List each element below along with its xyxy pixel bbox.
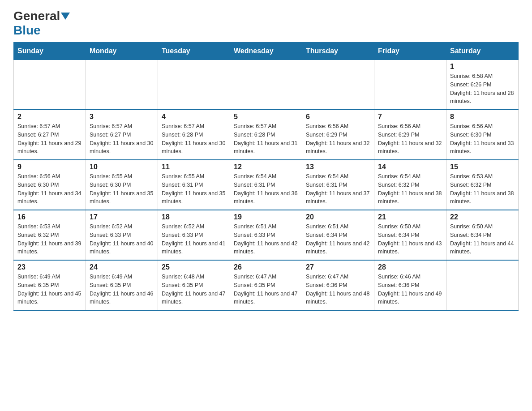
- day-number: 23: [17, 263, 82, 271]
- day-number: 1: [450, 63, 515, 71]
- day-info: Sunrise: 6:52 AMSunset: 6:33 PMDaylight:…: [162, 223, 226, 256]
- day-info: Sunrise: 6:49 AMSunset: 6:35 PMDaylight:…: [90, 273, 154, 306]
- calendar-cell: [86, 60, 158, 110]
- logo-general-text: General: [13, 9, 60, 23]
- day-info: Sunrise: 6:48 AMSunset: 6:35 PMDaylight:…: [162, 273, 226, 306]
- day-info: Sunrise: 6:54 AMSunset: 6:31 PMDaylight:…: [234, 172, 298, 206]
- calendar-cell: 27Sunrise: 6:47 AMSunset: 6:36 PMDayligh…: [302, 260, 374, 310]
- calendar-cell: 25Sunrise: 6:48 AMSunset: 6:35 PMDayligh…: [158, 260, 230, 310]
- calendar-cell: [446, 260, 519, 310]
- day-info: Sunrise: 6:51 AMSunset: 6:34 PMDaylight:…: [306, 223, 370, 256]
- calendar-week-row: 23Sunrise: 6:49 AMSunset: 6:35 PMDayligh…: [14, 260, 519, 310]
- weekday-header-monday: Monday: [86, 43, 158, 60]
- day-number: 10: [90, 163, 154, 171]
- page-header: General Blue: [13, 9, 519, 38]
- day-number: 25: [162, 263, 226, 271]
- day-info: Sunrise: 6:52 AMSunset: 6:33 PMDaylight:…: [90, 223, 154, 256]
- calendar-week-row: 9Sunrise: 6:56 AMSunset: 6:30 PMDaylight…: [14, 160, 519, 210]
- calendar-cell: 16Sunrise: 6:53 AMSunset: 6:32 PMDayligh…: [14, 210, 86, 260]
- calendar-cell: 1Sunrise: 6:58 AMSunset: 6:26 PMDaylight…: [446, 60, 519, 110]
- day-number: 8: [450, 113, 515, 121]
- calendar-cell: 3Sunrise: 6:57 AMSunset: 6:27 PMDaylight…: [86, 110, 158, 160]
- day-info: Sunrise: 6:49 AMSunset: 6:35 PMDaylight:…: [17, 273, 82, 306]
- calendar-week-row: 16Sunrise: 6:53 AMSunset: 6:32 PMDayligh…: [14, 210, 519, 260]
- day-info: Sunrise: 6:56 AMSunset: 6:30 PMDaylight:…: [17, 172, 82, 206]
- day-number: 6: [306, 113, 370, 121]
- day-number: 9: [17, 163, 82, 171]
- calendar-cell: 7Sunrise: 6:56 AMSunset: 6:29 PMDaylight…: [374, 110, 446, 160]
- calendar-table: SundayMondayTuesdayWednesdayThursdayFrid…: [13, 42, 519, 311]
- calendar-cell: 26Sunrise: 6:47 AMSunset: 6:35 PMDayligh…: [230, 260, 302, 310]
- day-info: Sunrise: 6:57 AMSunset: 6:27 PMDaylight:…: [17, 122, 82, 156]
- calendar-cell: 18Sunrise: 6:52 AMSunset: 6:33 PMDayligh…: [158, 210, 230, 260]
- day-info: Sunrise: 6:51 AMSunset: 6:33 PMDaylight:…: [234, 223, 298, 256]
- day-number: 12: [234, 163, 298, 171]
- day-number: 14: [378, 163, 442, 171]
- calendar-week-row: 2Sunrise: 6:57 AMSunset: 6:27 PMDaylight…: [14, 110, 519, 160]
- day-number: 20: [306, 213, 370, 221]
- day-number: 11: [162, 163, 226, 171]
- logo-blue-text: Blue: [13, 23, 41, 38]
- day-info: Sunrise: 6:46 AMSunset: 6:36 PMDaylight:…: [378, 273, 442, 306]
- day-number: 2: [17, 113, 82, 121]
- calendar-cell: 19Sunrise: 6:51 AMSunset: 6:33 PMDayligh…: [230, 210, 302, 260]
- day-info: Sunrise: 6:56 AMSunset: 6:29 PMDaylight:…: [378, 122, 442, 156]
- calendar-cell: 22Sunrise: 6:50 AMSunset: 6:34 PMDayligh…: [446, 210, 519, 260]
- day-number: 16: [17, 213, 82, 221]
- calendar-cell: 12Sunrise: 6:54 AMSunset: 6:31 PMDayligh…: [230, 160, 302, 210]
- day-number: 17: [90, 213, 154, 221]
- calendar-week-row: 1Sunrise: 6:58 AMSunset: 6:26 PMDaylight…: [14, 60, 519, 110]
- calendar-cell: 24Sunrise: 6:49 AMSunset: 6:35 PMDayligh…: [86, 260, 158, 310]
- day-info: Sunrise: 6:50 AMSunset: 6:34 PMDaylight:…: [378, 223, 442, 256]
- calendar-cell: 13Sunrise: 6:54 AMSunset: 6:31 PMDayligh…: [302, 160, 374, 210]
- day-number: 3: [90, 113, 154, 121]
- logo-triangle-icon: [61, 13, 70, 20]
- day-number: 7: [378, 113, 442, 121]
- day-number: 21: [378, 213, 442, 221]
- weekday-header-sunday: Sunday: [14, 43, 86, 60]
- calendar-cell: 6Sunrise: 6:56 AMSunset: 6:29 PMDaylight…: [302, 110, 374, 160]
- logo: General Blue: [13, 9, 71, 38]
- day-number: 19: [234, 213, 298, 221]
- day-info: Sunrise: 6:56 AMSunset: 6:29 PMDaylight:…: [306, 122, 370, 156]
- day-info: Sunrise: 6:53 AMSunset: 6:32 PMDaylight:…: [17, 223, 82, 256]
- calendar-cell: 4Sunrise: 6:57 AMSunset: 6:28 PMDaylight…: [158, 110, 230, 160]
- calendar-cell: 17Sunrise: 6:52 AMSunset: 6:33 PMDayligh…: [86, 210, 158, 260]
- calendar-cell: [158, 60, 230, 110]
- calendar-cell: [14, 60, 86, 110]
- day-info: Sunrise: 6:50 AMSunset: 6:34 PMDaylight:…: [450, 223, 515, 256]
- weekday-header-saturday: Saturday: [446, 43, 519, 60]
- day-info: Sunrise: 6:47 AMSunset: 6:36 PMDaylight:…: [306, 273, 370, 306]
- day-number: 18: [162, 213, 226, 221]
- day-info: Sunrise: 6:55 AMSunset: 6:31 PMDaylight:…: [162, 172, 226, 206]
- calendar-cell: 9Sunrise: 6:56 AMSunset: 6:30 PMDaylight…: [14, 160, 86, 210]
- day-info: Sunrise: 6:57 AMSunset: 6:28 PMDaylight:…: [162, 122, 226, 156]
- calendar-cell: [230, 60, 302, 110]
- day-number: 15: [450, 163, 515, 171]
- calendar-cell: 5Sunrise: 6:57 AMSunset: 6:28 PMDaylight…: [230, 110, 302, 160]
- day-number: 27: [306, 263, 370, 271]
- day-number: 26: [234, 263, 298, 271]
- calendar-cell: 8Sunrise: 6:56 AMSunset: 6:30 PMDaylight…: [446, 110, 519, 160]
- day-info: Sunrise: 6:53 AMSunset: 6:32 PMDaylight:…: [450, 172, 515, 206]
- day-number: 24: [90, 263, 154, 271]
- day-number: 5: [234, 113, 298, 121]
- day-info: Sunrise: 6:57 AMSunset: 6:27 PMDaylight:…: [90, 122, 154, 156]
- weekday-header-row: SundayMondayTuesdayWednesdayThursdayFrid…: [14, 43, 519, 60]
- day-info: Sunrise: 6:57 AMSunset: 6:28 PMDaylight:…: [234, 122, 298, 156]
- calendar-cell: 14Sunrise: 6:54 AMSunset: 6:32 PMDayligh…: [374, 160, 446, 210]
- calendar-cell: 10Sunrise: 6:55 AMSunset: 6:30 PMDayligh…: [86, 160, 158, 210]
- calendar-cell: 2Sunrise: 6:57 AMSunset: 6:27 PMDaylight…: [14, 110, 86, 160]
- calendar-cell: [302, 60, 374, 110]
- day-info: Sunrise: 6:56 AMSunset: 6:30 PMDaylight:…: [450, 122, 515, 156]
- day-info: Sunrise: 6:55 AMSunset: 6:30 PMDaylight:…: [90, 172, 154, 206]
- weekday-header-wednesday: Wednesday: [230, 43, 302, 60]
- calendar-cell: 21Sunrise: 6:50 AMSunset: 6:34 PMDayligh…: [374, 210, 446, 260]
- calendar-cell: 23Sunrise: 6:49 AMSunset: 6:35 PMDayligh…: [14, 260, 86, 310]
- calendar-cell: 11Sunrise: 6:55 AMSunset: 6:31 PMDayligh…: [158, 160, 230, 210]
- calendar-cell: 20Sunrise: 6:51 AMSunset: 6:34 PMDayligh…: [302, 210, 374, 260]
- calendar-cell: 28Sunrise: 6:46 AMSunset: 6:36 PMDayligh…: [374, 260, 446, 310]
- day-info: Sunrise: 6:47 AMSunset: 6:35 PMDaylight:…: [234, 273, 298, 306]
- calendar-cell: 15Sunrise: 6:53 AMSunset: 6:32 PMDayligh…: [446, 160, 519, 210]
- calendar-cell: [374, 60, 446, 110]
